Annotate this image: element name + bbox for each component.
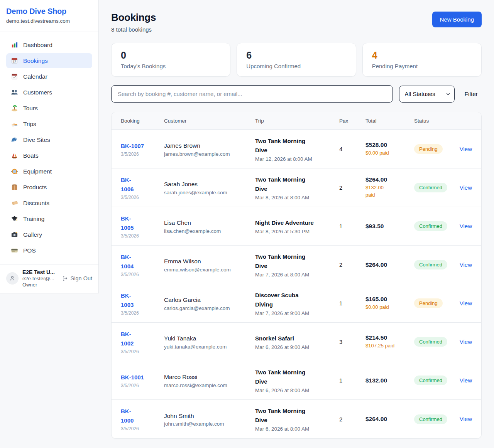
sign-out-icon [62,275,68,281]
people-icon [11,89,18,96]
view-link[interactable]: View [460,416,472,422]
bookings-table: Booking Customer Trip Pax Total Status B… [111,112,482,439]
avatar [6,272,19,285]
sidebar-item-label: Gallery [23,231,42,238]
speedboat-icon [11,120,18,128]
booking-id-link[interactable]: BK-1005 [121,214,134,232]
sidebar-item-label: Trips [23,121,36,128]
sidebar-item-equipment[interactable]: Equipment [6,164,92,179]
sidebar-item-label: Dashboard [23,42,52,49]
pax-count: 2 [339,184,365,191]
booking-id-link[interactable]: BK-1000 [121,407,134,425]
grad-cap-icon [11,215,18,222]
booking-id-link[interactable]: BK-1002 [121,330,134,348]
sidebar-item-pos[interactable]: POS [6,243,92,258]
sidebar-item-bookings[interactable]: 17 Bookings [6,53,92,68]
booking-date: 3/5/2026 [121,272,164,277]
sailboat-icon [11,152,18,159]
sidebar-item-customers[interactable]: Customers [6,85,92,100]
stat-upcoming-confirmed: 6 Upcoming Confirmed [237,43,356,77]
booking-id-link[interactable]: BK-1006 [121,175,134,194]
stat-value: 4 [372,50,472,61]
view-link[interactable]: View [460,300,472,307]
total-amount: $264.00 [365,261,414,268]
column-header-pax: Pax [339,112,365,130]
trip-name: Two Tank MorningDive [255,252,339,271]
sidebar: Demo Dive Shop demo.test.divestreams.com… [0,0,99,293]
person-icon [9,275,15,281]
trip-datetime: Mar 6, 2026 at 8:00 AM [255,426,339,432]
status-badge: Confirmed [414,376,447,385]
table-row[interactable]: BK-1006 3/5/2026 Sarah Jones sarah.jones… [112,168,481,207]
customer-email: marco.rossi@example.com [164,382,255,388]
stat-pending-payment: 4 Pending Payment [362,43,482,77]
sidebar-item-discounts[interactable]: Discounts [6,195,92,211]
status-badge: Confirmed [414,414,447,424]
total-amount: $132.00 [365,377,414,384]
sidebar-item-gallery[interactable]: Gallery [6,227,92,242]
shop-name: Demo Dive Shop [6,7,92,16]
total-amount: $528.00 [365,141,414,148]
booking-id-link[interactable]: BK-1007 [121,141,144,151]
customer-email: carlos.garcia@example.com [164,305,255,311]
sidebar-item-boats[interactable]: Boats [6,148,92,163]
sidebar-item-trips[interactable]: Trips [6,116,92,131]
view-link[interactable]: View [460,184,472,191]
sign-out-button[interactable]: Sign Out [62,275,92,281]
column-header-booking: Booking [121,112,164,130]
table-row[interactable]: BK-1002 3/5/2026 Yuki Tanaka yuki.tanaka… [112,323,481,361]
filter-button[interactable]: Filter [461,88,482,100]
table-row[interactable]: BK-1003 3/5/2026 Carlos Garcia carlos.ga… [112,284,481,323]
booking-id-link[interactable]: BK-1004 [121,253,134,271]
stat-todays-bookings: 0 Today's Bookings [111,43,230,77]
column-header-total: Total [365,112,414,130]
table-row[interactable]: BK-1004 3/5/2026 Emma Wilson emma.wilson… [112,246,481,284]
customer-name: James Brown [164,141,255,150]
wave-icon [11,136,18,143]
paid-amount: $0.00 paid [365,150,396,157]
stat-label: Pending Payment [372,63,472,69]
new-booking-button[interactable]: New Booking [432,12,482,27]
status-select-wrap: All Statuses [399,86,455,103]
view-link[interactable]: View [460,261,472,268]
sidebar-item-calendar[interactable]: Calendar [6,69,92,84]
sidebar-item-products[interactable]: Products [6,180,92,195]
table-row[interactable]: BK-1007 3/5/2026 James Brown james.brown… [112,130,481,168]
calendar-icon: 17 [11,57,18,64]
search-input[interactable] [111,85,393,103]
trip-datetime: Mar 7, 2026 at 8:00 AM [255,272,339,278]
view-link[interactable]: View [460,146,472,152]
sidebar-item-training[interactable]: Training [6,211,92,226]
trip-name: Discover ScubaDiving [255,291,339,309]
booking-id-link[interactable]: BK-1003 [121,291,134,310]
view-link[interactable]: View [460,339,472,345]
customer-email: lisa.chen@example.com [164,228,255,234]
sidebar-item-dive-sites[interactable]: Dive Sites [6,132,92,147]
total-amount: $264.00 [365,416,414,423]
sidebar-item-tours[interactable]: Tours [6,101,92,116]
trip-name: Two Tank MorningDive [255,368,339,386]
view-link[interactable]: View [460,377,472,384]
camera-icon [11,231,18,238]
status-badge: Confirmed [414,337,447,347]
pax-count: 3 [339,339,365,345]
pax-count: 1 [339,223,365,229]
table-row[interactable]: BK-1001 3/5/2026 Marco Rossi marco.rossi… [112,361,481,400]
pax-count: 4 [339,146,365,152]
table-header-row: Booking Customer Trip Pax Total Status [112,112,481,130]
table-row[interactable]: BK-1000 3/5/2026 John Smith john.smith@e… [112,400,481,438]
sidebar-item-label: Dive Sites [23,136,50,143]
sidebar-item-dashboard[interactable]: Dashboard [6,37,92,52]
table-row[interactable]: BK-1005 3/5/2026 Lisa Chen lisa.chen@exa… [112,207,481,246]
view-link[interactable]: View [460,223,472,229]
status-select[interactable]: All Statuses [399,86,455,103]
sidebar-item-label: Discounts [23,200,49,207]
booking-date: 3/5/2026 [121,152,164,157]
svg-text:17: 17 [13,60,16,63]
total-amount: $165.00 [365,296,414,303]
trip-datetime: Mar 6, 2026 at 8:00 AM [255,387,339,393]
booking-id-link[interactable]: BK-1001 [121,373,144,382]
pax-count: 1 [339,377,365,384]
total-amount: $214.50 [365,334,414,341]
trip-datetime: Mar 7, 2026 at 9:00 AM [255,310,339,316]
